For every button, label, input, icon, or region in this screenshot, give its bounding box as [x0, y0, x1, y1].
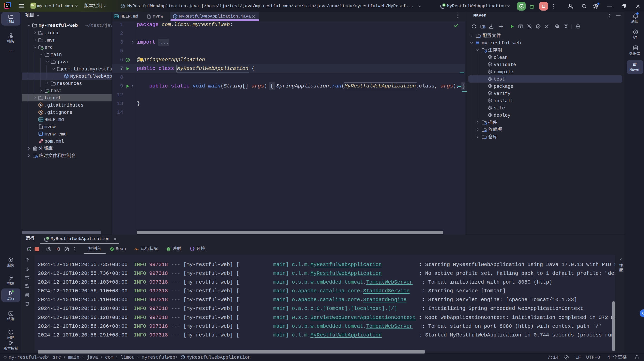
svg-text:J: J: [42, 33, 43, 35]
